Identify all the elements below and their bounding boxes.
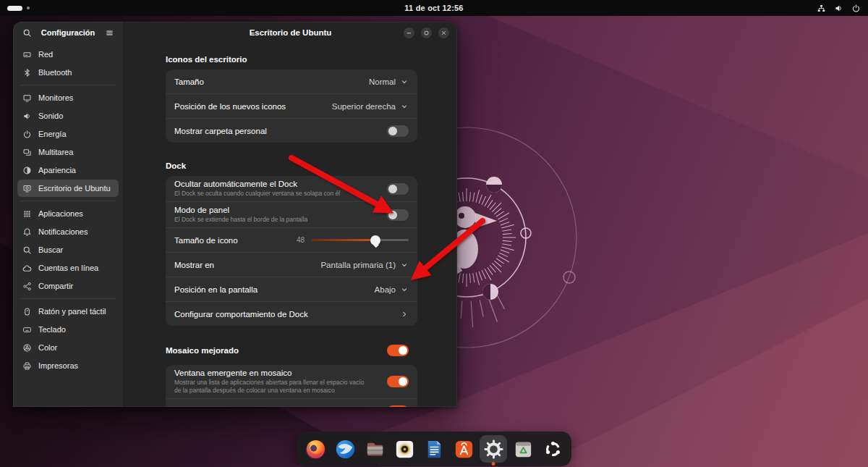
row-configure-dock-behavior[interactable]: Configurar comportamiento de Dock (166, 301, 417, 326)
sidebar-item-bluetooth[interactable]: Bluetooth (17, 64, 119, 81)
row-screen-position[interactable]: Posición en la pantalla Abajo (166, 277, 417, 301)
sidebar-item-label: Sonido (38, 112, 63, 120)
thunderbird-icon (334, 438, 357, 460)
ubuntu-desktop-screen: 11 de oct 12:56 Configuración RedBluetoo… (0, 0, 868, 467)
row-new-icons-position[interactable]: Posición de los nuevos iconos Superior d… (166, 93, 417, 118)
search-icon (22, 245, 32, 255)
cloud-icon (22, 264, 32, 273)
sidebar-item-raton-y-panel-tactil[interactable]: Ratón y panel táctil (17, 303, 119, 320)
workspace-indicator[interactable] (7, 6, 30, 11)
slider-handle[interactable] (370, 235, 380, 245)
sidebar-item-label: Aplicaciones (38, 209, 83, 218)
dock-libreoffice-writer[interactable] (420, 435, 448, 463)
ubuntu-desktop-icon (22, 184, 32, 193)
section-title-dock: Dock (166, 161, 417, 170)
firefox-icon (305, 438, 327, 460)
maximize-button[interactable] (421, 28, 432, 38)
dock-trash[interactable] (509, 435, 537, 463)
sidebar-item-apariencia[interactable]: Apariencia (17, 161, 119, 179)
sidebar-item-escritorio-de-ubuntu[interactable]: Escritorio de Ubuntu (17, 180, 119, 197)
dock-show-apps[interactable] (539, 435, 566, 463)
power-icon[interactable] (851, 4, 861, 13)
icon-size-slider[interactable] (312, 235, 409, 246)
color-icon (22, 343, 32, 353)
sidebar-item-buscar[interactable]: Buscar (17, 241, 119, 258)
panel-mode-toggle[interactable] (387, 209, 409, 221)
desktop-icons-card: Tamaño Normal Posición de los nuevos ico… (166, 70, 417, 143)
volume-icon[interactable] (834, 4, 843, 13)
dock-thunderbird[interactable] (331, 435, 359, 463)
sidebar-header: Configuración (13, 22, 123, 43)
row-show-on[interactable]: Mostrar en Pantalla primaria (1) (166, 252, 417, 277)
running-indicator (492, 462, 495, 466)
sidebar-item-label: Energía (38, 130, 67, 138)
row-panel-mode: Modo de panel El Dock se extiende hasta … (166, 201, 417, 227)
search-icon (22, 28, 32, 38)
sidebar-item-impresoras[interactable]: Impresoras (17, 357, 119, 374)
settings-main-panel: Escritorio de Ubuntu Iconos del escritor… (124, 22, 457, 407)
maximize-icon (423, 30, 430, 36)
sidebar-item-label: Teclado (38, 325, 66, 334)
row-size[interactable]: Tamaño Normal (166, 70, 417, 93)
chevron-down-icon (400, 261, 409, 269)
share-icon (22, 282, 32, 291)
sidebar-item-label: Apariencia (38, 166, 76, 174)
sidebar-item-compartir[interactable]: Compartir (17, 277, 119, 295)
sidebar-item-red[interactable]: Red (17, 46, 119, 63)
section-title-desktop-icons: Iconos del escritorio (166, 55, 417, 64)
network-icon (22, 50, 32, 59)
workspace-pill-active[interactable] (7, 6, 22, 11)
sidebar-item-color[interactable]: Color (17, 339, 119, 356)
dock-firefox[interactable] (302, 435, 329, 463)
tiling-popup-toggle[interactable] (387, 376, 409, 387)
workspace-dot[interactable] (27, 7, 30, 9)
chevron-down-icon (400, 102, 409, 111)
app-title: Configuración (37, 28, 99, 37)
icon-size-value: 48 (297, 236, 305, 244)
trash-icon (512, 438, 535, 460)
sidebar-item-multitarea[interactable]: Multitarea (17, 143, 119, 161)
printer-icon (22, 361, 32, 371)
enhanced-tiling-toggle[interactable] (387, 345, 409, 356)
sidebar-item-label: Compartir (38, 282, 73, 290)
personal-folder-toggle[interactable] (387, 125, 409, 137)
system-status-area[interactable] (817, 4, 861, 13)
dock-settings[interactable] (480, 435, 507, 463)
window-controls (404, 28, 449, 38)
autohide-dock-toggle[interactable] (387, 183, 409, 195)
minimize-button[interactable] (404, 28, 414, 38)
dock-rhythmbox[interactable] (391, 435, 418, 463)
apps-icon (22, 209, 32, 219)
hamburger-icon (105, 28, 114, 38)
close-button[interactable] (438, 28, 449, 38)
sidebar-item-label: Notificaciones (38, 227, 88, 236)
settings-gear-icon (482, 438, 505, 460)
sidebar-item-energia[interactable]: Energía (17, 125, 119, 143)
search-button[interactable] (20, 25, 34, 40)
sidebar-item-label: Bluetooth (38, 68, 72, 77)
menu-button[interactable] (102, 25, 116, 40)
sidebar-item-aplicaciones[interactable]: Aplicaciones (17, 205, 119, 222)
sidebar-separator (20, 298, 116, 299)
sidebar-item-sonido[interactable]: Sonido (17, 107, 119, 125)
sidebar-item-notificaciones[interactable]: Notificaciones (17, 223, 119, 240)
network-tree-icon[interactable] (817, 4, 826, 13)
clock[interactable]: 11 de oct 12:56 (404, 4, 463, 12)
sidebar-item-cuentas-en-linea[interactable]: Cuentas en línea (17, 259, 119, 277)
sidebar-list: RedBluetoothMonitoresSonidoEnergíaMultit… (13, 43, 123, 407)
dock-app-center[interactable] (450, 435, 477, 463)
settings-sidebar: Configuración RedBluetoothMonitoresSonid… (13, 22, 124, 407)
settings-window: Configuración RedBluetoothMonitoresSonid… (13, 22, 457, 407)
sidebar-item-label: Cuentas en línea (38, 264, 98, 272)
sidebar-item-label: Red (38, 50, 53, 59)
row-enhanced-tiling: Mosaico mejorado (166, 342, 417, 359)
dock-files[interactable] (361, 435, 388, 463)
sidebar-item-teclado[interactable]: Teclado (17, 321, 119, 338)
chevron-down-icon (400, 285, 409, 294)
sidebar-item-monitores[interactable]: Monitores (17, 89, 119, 106)
keyboard-icon (22, 325, 32, 335)
tiling-groups-toggle[interactable] (387, 405, 409, 407)
row-tiling-popup: Ventana emergente en mosaico Mostrar una… (166, 365, 417, 398)
multitask-icon (22, 148, 32, 157)
sidebar-item-label: Buscar (38, 245, 63, 254)
